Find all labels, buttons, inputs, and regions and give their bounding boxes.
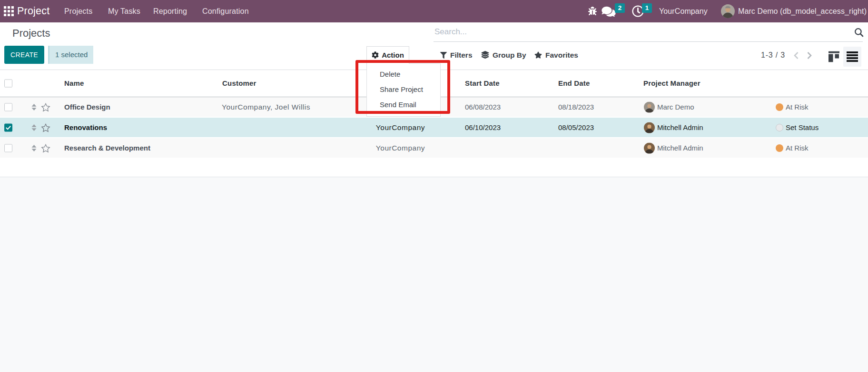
page-title: Projects	[12, 27, 50, 40]
activities-count-badge[interactable]: 1	[642, 3, 652, 13]
apps-grid-icon[interactable]	[4, 6, 14, 16]
search-underline	[434, 41, 863, 42]
messages-icon[interactable]	[602, 6, 616, 18]
favorites-button[interactable]: Favorites	[534, 47, 578, 64]
row-checkbox[interactable]	[4, 144, 12, 152]
user-avatar[interactable]	[721, 4, 735, 18]
company-switcher[interactable]: YourCompany	[659, 0, 708, 22]
nav-item-configuration[interactable]: Configuration	[202, 0, 249, 22]
row-checkbox[interactable]	[4, 103, 12, 111]
view-switcher-kanban-icon[interactable]	[825, 47, 843, 67]
column-header-end-date[interactable]: End Date	[558, 70, 590, 97]
column-header-customer[interactable]: Customer	[222, 70, 256, 97]
project-customer: YourCompany, Joel Willis	[222, 97, 310, 117]
project-customer: YourCompany	[376, 118, 425, 137]
project-name[interactable]: Renovations	[64, 118, 107, 137]
favorite-star-icon	[534, 48, 542, 65]
search-input[interactable]: Search...	[434, 27, 467, 37]
view-switcher-list-icon[interactable]	[843, 47, 861, 67]
column-header-name[interactable]: Name	[64, 70, 84, 97]
row-checkbox-checked[interactable]	[4, 123, 12, 131]
messages-count-badge[interactable]: 2	[615, 3, 625, 13]
bug-icon[interactable]	[588, 7, 597, 16]
favorites-label: Favorites	[545, 51, 578, 59]
project-name[interactable]: Office Design	[64, 97, 110, 117]
column-header-start-date[interactable]: Start Date	[465, 70, 500, 97]
drag-handle-icon[interactable]	[31, 103, 37, 111]
project-status[interactable]: At Risk	[786, 138, 809, 158]
nav-item-projects[interactable]: Projects	[64, 0, 92, 22]
top-navbar: Project Projects My Tasks Reporting Conf…	[0, 0, 868, 22]
search-magnifier-icon[interactable]	[854, 28, 864, 37]
group-by-button[interactable]: Group By	[481, 47, 526, 64]
nav-item-my-tasks[interactable]: My Tasks	[108, 0, 140, 22]
nav-item-reporting[interactable]: Reporting	[153, 0, 187, 22]
odoo-project-list-screen: Project Projects My Tasks Reporting Conf…	[0, 0, 868, 372]
project-status[interactable]: At Risk	[786, 97, 809, 117]
table-row-research-development[interactable]: Research & Development YourCompany Mitch…	[0, 138, 868, 158]
manager-avatar	[644, 101, 655, 112]
user-menu[interactable]: Marc Demo (db_model_access_right)	[738, 0, 867, 22]
page-background	[0, 177, 868, 372]
column-header-project-manager[interactable]: Project Manager	[643, 70, 700, 97]
project-customer: YourCompany	[376, 138, 425, 158]
select-all-checkbox[interactable]	[4, 80, 12, 88]
drag-handle-icon[interactable]	[31, 124, 37, 131]
project-manager-name: Mitchell Admin	[657, 118, 703, 137]
table-row-renovations[interactable]: Renovations YourCompany 06/10/2023 08/05…	[0, 118, 868, 137]
red-annotation-box	[355, 60, 450, 114]
project-status[interactable]: Set Status	[786, 118, 819, 137]
group-by-label: Group By	[493, 51, 526, 59]
status-dot-at-risk[interactable]	[776, 103, 783, 111]
status-dot-none[interactable]	[776, 124, 783, 131]
status-dot-at-risk[interactable]	[776, 144, 783, 152]
pager-previous-icon[interactable]	[793, 51, 799, 60]
manager-avatar	[644, 122, 655, 133]
app-name[interactable]: Project	[17, 0, 49, 22]
action-button-label: Action	[382, 51, 404, 59]
manager-avatar	[644, 142, 655, 153]
favorite-star-toggle[interactable]	[41, 102, 50, 112]
pager-range: 1-3 / 3	[761, 47, 785, 64]
create-button[interactable]: CREATE	[4, 46, 44, 64]
project-start-date: 06/10/2023	[465, 118, 501, 137]
pager-next-icon[interactable]	[806, 51, 813, 60]
favorite-star-toggle[interactable]	[41, 123, 50, 132]
filters-label: Filters	[450, 51, 473, 59]
project-end-date: 08/18/2023	[558, 97, 594, 117]
favorite-star-toggle[interactable]	[41, 143, 50, 153]
project-start-date: 06/08/2023	[465, 97, 501, 117]
project-manager-name: Mitchell Admin	[657, 138, 703, 158]
layers-icon	[481, 48, 489, 65]
selected-count-badge: 1 selected	[48, 46, 93, 64]
project-end-date: 08/05/2023	[558, 118, 594, 137]
project-name[interactable]: Research & Development	[64, 138, 150, 158]
drag-handle-icon[interactable]	[31, 144, 37, 152]
project-manager-name: Marc Demo	[657, 97, 694, 117]
